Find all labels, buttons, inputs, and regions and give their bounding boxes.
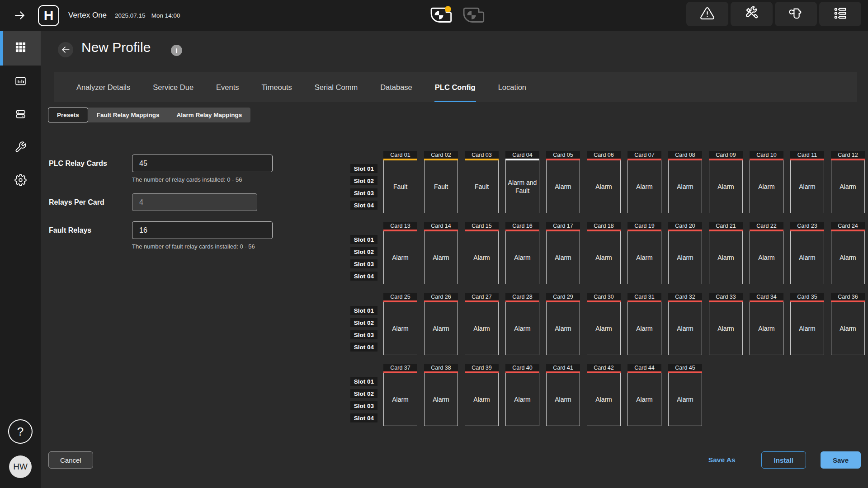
card-01[interactable]: Card 01Fault: [383, 151, 417, 213]
tab-location[interactable]: Location: [498, 72, 527, 102]
card-17[interactable]: Card 17Alarm: [546, 222, 580, 284]
card-type-label: Alarm: [546, 160, 580, 213]
card-type-label: Alarm: [587, 231, 621, 284]
card-type-label: Alarm: [668, 302, 702, 355]
tab-service-due[interactable]: Service Due: [152, 72, 194, 102]
card-30[interactable]: Card 30Alarm: [587, 293, 621, 355]
slot-label: Slot 03: [350, 188, 377, 197]
help-icon[interactable]: ?: [8, 419, 33, 444]
slot-label: Slot 03: [350, 330, 377, 339]
plc-relay-cards-input[interactable]: [132, 155, 273, 172]
back-button[interactable]: [58, 42, 73, 57]
card-type-label: Alarm: [750, 231, 783, 284]
tab-analyzer-details[interactable]: Analyzer Details: [76, 72, 131, 102]
slot-label: Slot 02: [350, 389, 377, 398]
list-status-icon: [833, 6, 848, 22]
service-button[interactable]: [775, 2, 817, 26]
tab-plc-config[interactable]: PLC Config: [434, 72, 476, 102]
card-39[interactable]: Card 39Alarm: [465, 364, 499, 426]
subtab-fault-relay-mappings[interactable]: Fault Relay Mappings: [88, 108, 168, 122]
card-38[interactable]: Card 38Alarm: [424, 364, 458, 426]
card-title: Card 22: [750, 222, 783, 230]
card-23[interactable]: Card 23Alarm: [790, 222, 824, 284]
card-title: Card 15: [465, 222, 499, 230]
card-08[interactable]: Card 08Alarm: [668, 151, 702, 213]
slot-label: Slot 03: [350, 401, 377, 410]
sidebar-item-settings[interactable]: [0, 164, 41, 197]
card-40[interactable]: Card 40Alarm: [505, 364, 539, 426]
card-06[interactable]: Card 06Alarm: [587, 151, 621, 213]
card-25[interactable]: Card 25Alarm: [383, 293, 417, 355]
save-as-button[interactable]: Save As: [708, 456, 736, 464]
card-type-label: Fault: [465, 160, 499, 213]
save-button[interactable]: Save: [821, 451, 861, 469]
status-list-button[interactable]: [819, 2, 861, 26]
sidebar-item-apps[interactable]: [0, 31, 41, 66]
card-21[interactable]: Card 21Alarm: [709, 222, 743, 284]
card-02[interactable]: Card 02Fault: [424, 151, 458, 213]
install-button[interactable]: Install: [761, 451, 806, 469]
card-15[interactable]: Card 15Alarm: [465, 222, 499, 284]
card-11[interactable]: Card 11Alarm: [790, 151, 824, 213]
card-22[interactable]: Card 22Alarm: [750, 222, 783, 284]
arrow-left-icon: [61, 45, 71, 55]
card-24[interactable]: Card 24Alarm: [831, 222, 865, 284]
honeywell-logo[interactable]: H: [38, 5, 59, 26]
card-29[interactable]: Card 29Alarm: [546, 293, 580, 355]
avatar[interactable]: HW: [9, 455, 32, 478]
info-icon[interactable]: i: [171, 45, 182, 56]
card-04[interactable]: Card 04Alarm and Fault: [505, 151, 539, 213]
card-32[interactable]: Card 32Alarm: [668, 293, 702, 355]
card-20[interactable]: Card 20Alarm: [668, 222, 702, 284]
tools-button[interactable]: [731, 2, 773, 26]
card-42[interactable]: Card 42Alarm: [587, 364, 621, 426]
cancel-button[interactable]: Cancel: [48, 451, 93, 469]
card-title: Card 45: [668, 364, 702, 371]
card-03[interactable]: Card 03Fault: [465, 151, 499, 213]
analyzer-inactive-icon[interactable]: [461, 6, 487, 24]
tab-serial-comm[interactable]: Serial Comm: [314, 72, 358, 102]
card-10[interactable]: Card 10Alarm: [750, 151, 783, 213]
card-34[interactable]: Card 34Alarm: [750, 293, 783, 355]
warning-triangle-icon: [700, 6, 715, 22]
card-05[interactable]: Card 05Alarm: [546, 151, 580, 213]
card-44[interactable]: Card 44Alarm: [627, 364, 661, 426]
card-28[interactable]: Card 28Alarm: [505, 293, 539, 355]
alarms-button[interactable]: [686, 2, 728, 26]
card-16[interactable]: Card 16Alarm: [505, 222, 539, 284]
card-13[interactable]: Card 13Alarm: [383, 222, 417, 284]
card-09[interactable]: Card 09Alarm: [709, 151, 743, 213]
card-12[interactable]: Card 12Alarm: [831, 151, 865, 213]
subtab-presets[interactable]: Presets: [48, 108, 88, 122]
card-35[interactable]: Card 35Alarm: [790, 293, 824, 355]
tab-timeouts[interactable]: Timeouts: [261, 72, 292, 102]
tab-database[interactable]: Database: [380, 72, 413, 102]
card-41[interactable]: Card 41Alarm: [546, 364, 580, 426]
card-36[interactable]: Card 36Alarm: [831, 293, 865, 355]
slot-label: Slot 04: [350, 272, 377, 281]
card-18[interactable]: Card 18Alarm: [587, 222, 621, 284]
card-19[interactable]: Card 19Alarm: [627, 222, 661, 284]
analyzer-active-icon[interactable]: [429, 6, 454, 24]
card-14[interactable]: Card 14Alarm: [424, 222, 458, 284]
card-07[interactable]: Card 07Alarm: [627, 151, 661, 213]
sidebar-item-relays[interactable]: [0, 99, 41, 131]
slot-label: Slot 03: [350, 259, 377, 268]
sidebar-item-analytics[interactable]: [0, 66, 41, 99]
card-title: Card 23: [790, 222, 824, 230]
expand-menu-arrow-icon[interactable]: [14, 9, 26, 22]
card-title: Card 29: [546, 293, 580, 300]
card-27[interactable]: Card 27Alarm: [465, 293, 499, 355]
relays-per-card-label: Relays Per Card: [49, 193, 132, 211]
card-26[interactable]: Card 26Alarm: [424, 293, 458, 355]
sidebar-item-maintenance[interactable]: [0, 131, 41, 164]
card-37[interactable]: Card 37Alarm: [383, 364, 417, 426]
fault-relays-input[interactable]: [132, 221, 273, 239]
subtab-alarm-relay-mappings[interactable]: Alarm Relay Mappings: [168, 108, 251, 122]
card-type-label: Alarm: [424, 302, 458, 355]
tab-events[interactable]: Events: [216, 72, 239, 102]
card-31[interactable]: Card 31Alarm: [627, 293, 661, 355]
card-33[interactable]: Card 33Alarm: [709, 293, 743, 355]
card-45[interactable]: Card 45Alarm: [668, 364, 702, 426]
card-type-label: Alarm: [831, 302, 865, 355]
